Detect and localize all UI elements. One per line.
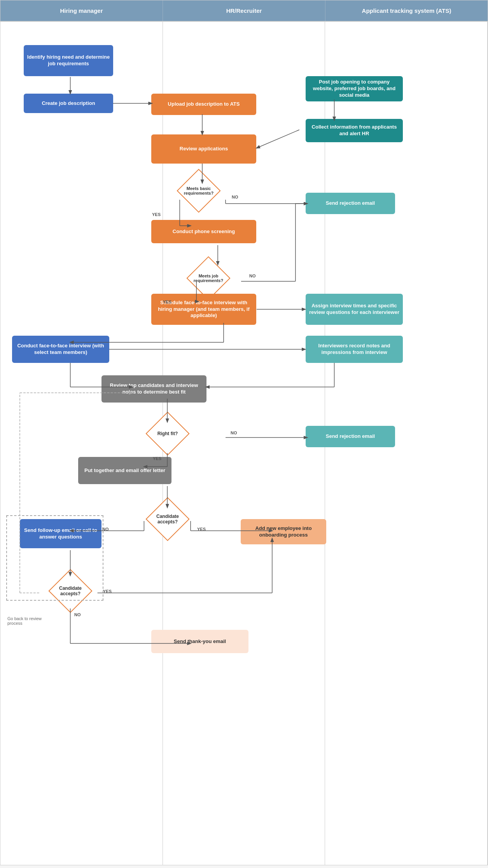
header-row: Hiring manager HR/Recruiter Applicant tr… (0, 0, 488, 22)
review-applications-box: Review applications (151, 134, 256, 164)
identify-hiring-box: Identify hiring need and determine job r… (24, 45, 113, 76)
conduct-phone-box: Conduct phone screening (151, 220, 256, 243)
yes-label-right-fit: YES (153, 456, 161, 461)
no-label-job: NO (249, 274, 256, 278)
diagram-body: Identify hiring need and determine job r… (0, 22, 488, 865)
yes-label-basic: YES (152, 212, 161, 217)
meets-basic-req-diamond: Meets basic requirements? (168, 171, 230, 210)
meets-job-req-diamond: Meets job requirements? (177, 259, 240, 298)
right-fit-diamond: Right fit? (136, 414, 199, 453)
conduct-face-box: Conduct face-to-face interview (with sel… (12, 336, 109, 363)
yes-label-job: YES (163, 300, 171, 304)
header-col2: HR/Recruiter (163, 0, 325, 21)
no-label-basic: NO (232, 195, 238, 199)
diagram-wrapper: Hiring manager HR/Recruiter Applicant tr… (0, 0, 488, 865)
yes-label-cand1: YES (197, 527, 206, 532)
send-rejection-1-box: Send rejection email (306, 193, 395, 214)
header-col3: Applicant tracking system (ATS) (325, 0, 488, 21)
send-rejection-2-box: Send rejection email (306, 426, 395, 447)
no-label-cand2: NO (74, 612, 81, 617)
put-together-box: Put together and email offer letter (78, 457, 171, 484)
go-back-label: Go back to review process (7, 616, 42, 626)
post-job-opening-box: Post job opening to company website, pre… (306, 76, 403, 101)
dashed-feedback-box (6, 515, 103, 601)
candidate-accepts-1-diamond: Candidate accepts? (136, 500, 199, 539)
yes-label-cand2: YES (103, 589, 112, 594)
create-job-desc-box: Create job description (24, 94, 113, 113)
header-col1: Hiring manager (0, 0, 163, 21)
add-new-employee-box: Add new employee into onboarding process (241, 519, 326, 544)
schedule-interview-box: Schedule face-to-face interview with hir… (151, 294, 256, 325)
send-thankyou-box: Send thank-you email (151, 630, 248, 653)
upload-job-desc-box: Upload job description to ATS (151, 94, 256, 115)
collect-information-box: Collect information from applicants and … (306, 119, 403, 142)
no-label-cand1: NO (102, 527, 109, 532)
review-top-box: Review top candidates and interview note… (101, 375, 206, 403)
no-label-right-fit: NO (231, 431, 237, 435)
assign-interview-box: Assign interview times and specific revi… (306, 294, 403, 325)
interviewers-record-box: Interviewers record notes and impression… (306, 336, 403, 363)
